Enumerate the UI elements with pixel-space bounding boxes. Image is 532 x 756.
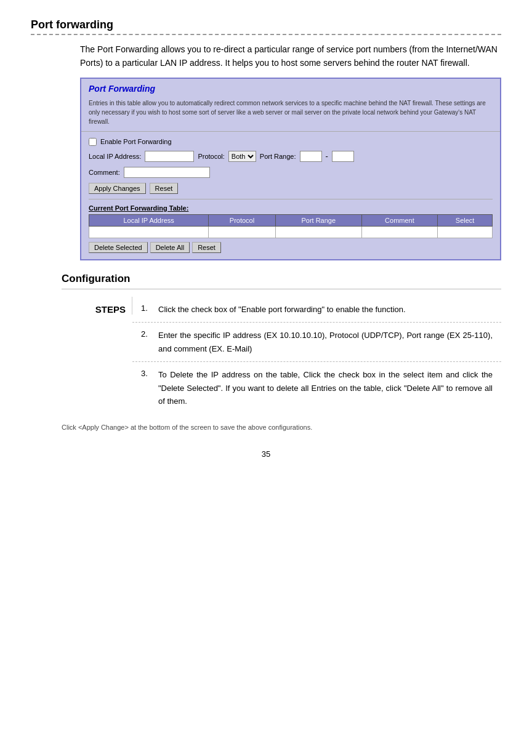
enable-label: Enable Port Forwarding (100, 138, 172, 145)
panel-description: Entries in this table allow you to autom… (81, 96, 500, 132)
local-ip-label: Local IP Address: (89, 153, 141, 160)
step-1: 1. Click the check box of "Enable port f… (132, 297, 501, 323)
apply-changes-button[interactable]: Apply Changes (89, 183, 146, 194)
step-2-text: Enter the specific IP address (EX 10.10.… (158, 329, 493, 355)
config-title: Configuration (62, 273, 501, 285)
section-divider (89, 199, 493, 199)
port-range-from-input[interactable] (300, 151, 322, 162)
port-range-separator: - (326, 151, 328, 161)
col-port-range: Port Range (275, 214, 361, 226)
port-range-to-input[interactable] (332, 151, 354, 162)
empty-cell-4 (361, 226, 438, 238)
steps-container: STEPS 1. Click the check box of "Enable … (92, 297, 501, 414)
ip-protocol-row: Local IP Address: Protocol: Both TCP UDP… (89, 151, 493, 162)
port-range-label: Port Range: (260, 153, 296, 160)
footer-note: Click <Apply Change> at the bottom of th… (62, 424, 501, 431)
comment-row: Comment: (89, 167, 493, 178)
step-1-num: 1. (141, 303, 158, 313)
protocol-select[interactable]: Both TCP UDP (228, 151, 256, 162)
step-3: 3. To Delete the IP address on the table… (132, 362, 501, 414)
forwarding-table: Local IP Address Protocol Port Range Com… (89, 214, 493, 238)
step-3-num: 3. (141, 368, 158, 378)
step-1-text: Click the check box of "Enable port forw… (158, 303, 406, 316)
step-3-text: To Delete the IP address on the table, C… (158, 368, 493, 408)
local-ip-input[interactable] (145, 151, 194, 162)
table-empty-row (89, 226, 493, 238)
panel-title: Port Forwarding (81, 79, 500, 96)
enable-checkbox[interactable] (89, 138, 97, 146)
reset-button[interactable]: Reset (150, 183, 179, 194)
bottom-reset-button[interactable]: Reset (192, 242, 221, 253)
delete-all-button[interactable]: Delete All (150, 242, 190, 253)
table-action-buttons: Delete Selected Delete All Reset (89, 242, 493, 253)
col-protocol: Protocol (209, 214, 276, 226)
page-number: 35 (31, 449, 501, 459)
protocol-label: Protocol: (198, 153, 224, 160)
comment-input[interactable] (124, 167, 210, 178)
step-2-num: 2. (141, 329, 158, 339)
steps-list: 1. Click the check box of "Enable port f… (132, 297, 501, 414)
enable-row: Enable Port Forwarding (89, 138, 493, 146)
port-forwarding-panel: Port Forwarding Entries in this table al… (80, 78, 501, 260)
action-buttons-row: Apply Changes Reset (89, 183, 493, 194)
col-select: Select (438, 214, 493, 226)
delete-selected-button[interactable]: Delete Selected (89, 242, 148, 253)
intro-text: The Port Forwarding allows you to re-dir… (80, 42, 501, 70)
config-section: Configuration STEPS 1. Click the check b… (62, 273, 501, 414)
empty-cell-2 (209, 226, 276, 238)
empty-cell-1 (89, 226, 209, 238)
config-divider (62, 289, 501, 289)
empty-cell-3 (275, 226, 361, 238)
col-comment: Comment (361, 214, 438, 226)
empty-cell-5 (438, 226, 493, 238)
steps-label: STEPS (92, 297, 132, 315)
page-title: Port forwarding (31, 18, 501, 35)
step-2: 2. Enter the specific IP address (EX 10.… (132, 323, 501, 362)
col-local-ip: Local IP Address (89, 214, 209, 226)
current-table-label: Current Port Forwarding Table: (89, 204, 493, 212)
comment-label: Comment: (89, 169, 120, 176)
